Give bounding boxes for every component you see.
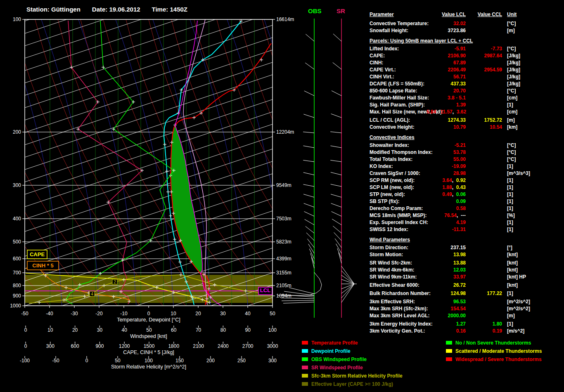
table-row: SWISS 12 Index:-11.31[1] bbox=[369, 227, 563, 233]
svg-text:250: 250 bbox=[237, 358, 246, 364]
param-value-lcl: 55.00 bbox=[427, 156, 466, 162]
param-value-lcl: 13.98 bbox=[427, 252, 466, 257]
param-label: 3km Vorticity Gen. Pot.: bbox=[370, 328, 425, 334]
param-label: LCL / CCL (AGL): bbox=[370, 117, 410, 123]
param-value-lcl: 28.98 bbox=[427, 170, 466, 176]
legend-swatch bbox=[302, 382, 308, 386]
table-row: 3km Effective SRH:96.53[m^2/s^2] bbox=[369, 299, 563, 305]
svg-text:16614m: 16614m bbox=[276, 17, 294, 22]
legend-item: OBS Windspeed Profile bbox=[302, 357, 367, 362]
legend-label: OBS Windspeed Profile bbox=[311, 357, 367, 362]
param-value-lcl: 2106.90 bbox=[427, 53, 466, 59]
param-value-lcl: 5.84, 11.57, 3.62 bbox=[427, 109, 466, 115]
svg-text:30: 30 bbox=[220, 311, 226, 316]
table-row: SR Wind 4km-6km:12.03[knt] bbox=[369, 267, 563, 273]
legend-swatch bbox=[302, 374, 308, 378]
legend-item: Temperature Profile bbox=[302, 340, 358, 346]
legend-label: Widespread / Severe Thunderstorms bbox=[455, 357, 542, 362]
legend-item: Widespread / Severe Thunderstorms bbox=[446, 357, 542, 362]
param-unit: [cm] bbox=[507, 95, 517, 101]
table-row: STP (new, old):0.49, 0.06[1] bbox=[369, 191, 563, 198]
param-label: Max 3km SRH (Sfc-2km): bbox=[370, 306, 428, 312]
col-header-value-ccl: Value CCL bbox=[466, 12, 502, 17]
svg-text:50: 50 bbox=[115, 358, 121, 364]
svg-text:150: 150 bbox=[175, 358, 184, 364]
svg-text:3000: 3000 bbox=[267, 343, 278, 349]
table-row: Max 3km SRH Level AGL:2000.00[m] bbox=[369, 313, 563, 319]
legend-item: Effective Layer (CAPE >= 100 J/kg) bbox=[302, 381, 393, 387]
param-unit: [J/kg] bbox=[507, 81, 520, 87]
svg-text:300: 300 bbox=[268, 358, 277, 364]
param-label: SCP RM (new, old): bbox=[370, 177, 415, 183]
svg-text:Windspeed [knt]: Windspeed [knt] bbox=[130, 333, 167, 339]
svg-text:900: 900 bbox=[13, 293, 21, 299]
param-value-lcl: 1.88, 0.43 bbox=[427, 184, 466, 190]
param-label: Modified Thompson Index: bbox=[370, 149, 433, 155]
param-value-lcl: 1.27 bbox=[427, 321, 466, 327]
table-row: SCP RM (new, old):3.64, 0.92[1] bbox=[369, 177, 563, 184]
param-unit: [m] bbox=[507, 313, 515, 319]
svg-text:0: 0 bbox=[24, 327, 27, 333]
table-row: SB STP (fix):0.09[1] bbox=[369, 198, 563, 205]
svg-text:500: 500 bbox=[13, 239, 21, 245]
svg-text:5823m: 5823m bbox=[276, 239, 291, 245]
param-unit: [knt] bbox=[507, 252, 518, 257]
param-value-ccl: 0.19 bbox=[466, 328, 502, 334]
param-unit: [1] bbox=[507, 220, 513, 225]
legend-item: SR Windspeed Profile bbox=[302, 365, 363, 371]
svg-text:40: 40 bbox=[122, 327, 128, 333]
svg-text:CAPE: CAPE bbox=[30, 251, 45, 257]
svg-text:70: 70 bbox=[196, 327, 201, 333]
param-label: Fawbush-Miller Hail Size: bbox=[370, 95, 429, 101]
section-header: Parcels: Using 50mB mean layer LCL + CCL bbox=[370, 38, 473, 44]
param-label: Derecho Comp Param: bbox=[370, 205, 423, 211]
table-row: Snowfall Height:3723.86[m] bbox=[369, 28, 563, 34]
param-unit: [°C] bbox=[507, 46, 516, 52]
svg-text:50: 50 bbox=[270, 311, 275, 316]
param-value-lcl: 67.89 bbox=[427, 60, 466, 66]
table-row: CAPE Virt.:2206.492954.59[J/kg] bbox=[369, 67, 563, 73]
svg-text:700: 700 bbox=[13, 270, 21, 276]
param-unit: [J/kg] bbox=[507, 53, 520, 59]
param-unit: [knt] bbox=[507, 267, 518, 273]
svg-text:10: 10 bbox=[47, 327, 53, 333]
svg-text:12204m: 12204m bbox=[276, 129, 294, 135]
legend-label: Temperature Profile bbox=[311, 340, 358, 346]
table-row: 3km Energy Helicity Index:1.271.80[1] bbox=[369, 321, 563, 327]
section-header: Convective Indices bbox=[370, 135, 415, 140]
param-unit: [°C] bbox=[507, 156, 516, 162]
param-value-ccl: -7.73 bbox=[466, 46, 502, 52]
svg-text:-50: -50 bbox=[21, 311, 28, 316]
param-label: SR Wind 4km-6km: bbox=[370, 267, 415, 273]
param-label: Snowfall Height: bbox=[370, 28, 408, 33]
table-row: Wind Parameters bbox=[369, 237, 563, 243]
svg-text:1800: 1800 bbox=[168, 343, 179, 349]
param-value-lcl: 3.8 - 5.1 bbox=[427, 95, 466, 101]
svg-text:CAPE, CINH * 5 [J/kg]: CAPE, CINH * 5 [J/kg] bbox=[123, 349, 174, 355]
legend-item: Sfc-3km Storm Relative Helicity Profile bbox=[302, 373, 403, 379]
param-unit: [°C] bbox=[507, 149, 516, 155]
param-unit: [1] bbox=[507, 191, 513, 197]
legend-item: Scattered / Moderate Thunderstorms bbox=[446, 348, 542, 354]
param-label: DCAPE (LFS = 550mB): bbox=[370, 81, 424, 87]
svg-text:200: 200 bbox=[206, 358, 215, 364]
table-row: Showalter Index:-5.21[°C] bbox=[369, 142, 563, 149]
svg-text:400: 400 bbox=[13, 216, 21, 222]
svg-text:20: 20 bbox=[195, 311, 201, 316]
svg-text:CINH * 5: CINH * 5 bbox=[32, 262, 53, 269]
table-row: Max. Hail Size (new, new2, old):5.84, 11… bbox=[369, 109, 563, 115]
table-row: Fawbush-Miller Hail Size:3.8 - 5.1[cm] bbox=[369, 95, 563, 101]
table-row: Craven SigSvr / 1000:28.98[m^3/s^3] bbox=[369, 170, 563, 177]
table-row: Effective Shear 6000:26.72[knt] bbox=[369, 282, 563, 288]
table-row: 850-600 Lapse Rate:20.70[°C] bbox=[369, 88, 563, 94]
param-label: STP (new, old): bbox=[370, 191, 405, 197]
table-row: Sig. Hail Param. (SHIP):1.39[1] bbox=[369, 102, 563, 108]
legend-swatch bbox=[302, 341, 308, 345]
table-row: CINH Virt.:56.71[J/kg] bbox=[369, 74, 563, 80]
param-value-lcl: 154.54 bbox=[427, 306, 466, 312]
param-unit: [J/kg] bbox=[507, 67, 520, 73]
svg-text:Storm Relative Helicity [m^2/: Storm Relative Helicity [m^2/s^2] bbox=[111, 364, 186, 370]
param-label: Craven SigSvr / 1000: bbox=[370, 170, 420, 176]
table-row: Convective Indices bbox=[369, 135, 563, 141]
param-value-lcl: 10.79 bbox=[427, 124, 466, 130]
